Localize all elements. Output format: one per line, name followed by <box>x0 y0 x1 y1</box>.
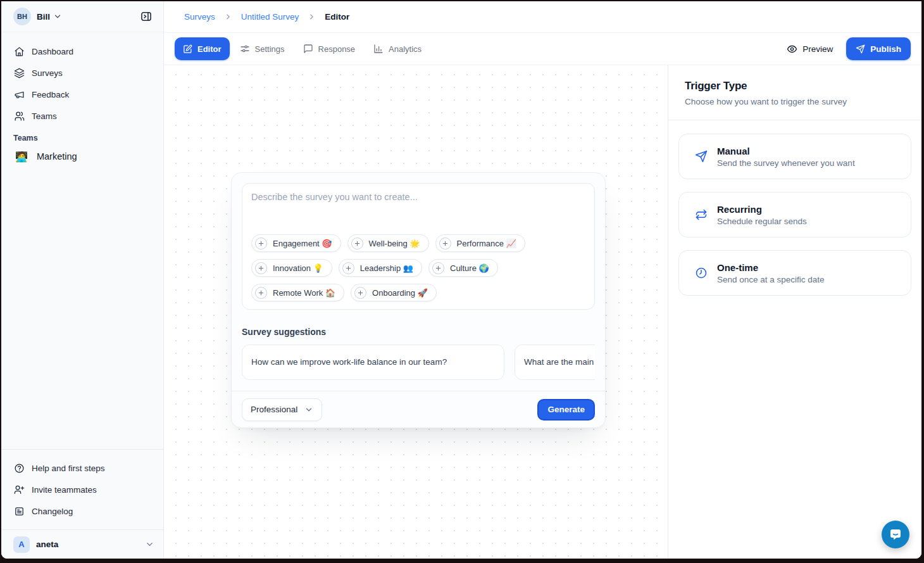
sidebar-footer: Help and first steps Invite teammates Ch… <box>1 449 163 529</box>
trigger-panel-subtitle: Choose how you want to trigger the surve… <box>685 97 905 106</box>
plus-icon <box>439 237 451 250</box>
trigger-option-recurring[interactable]: Recurring Schedule regular sends <box>678 192 911 237</box>
topic-chip-leadership[interactable]: Leadership 👥 <box>339 259 422 277</box>
generate-button[interactable]: Generate <box>537 399 595 421</box>
topic-chip-engagement[interactable]: Engagement 🎯 <box>251 234 341 252</box>
trigger-panel-header: Trigger Type Choose how you want to trig… <box>668 65 921 120</box>
sidebar-item-help[interactable]: Help and first steps <box>9 457 156 479</box>
sliders-icon <box>240 44 250 54</box>
newspaper-icon <box>14 506 25 517</box>
layers-icon <box>14 68 25 79</box>
publish-label: Publish <box>870 44 901 54</box>
message-square-icon <box>303 44 313 54</box>
workspace-switcher[interactable]: BH Bill <box>13 8 62 25</box>
plus-icon <box>351 237 363 250</box>
chevron-down-icon <box>304 405 313 414</box>
tab-response[interactable]: Response <box>295 37 364 60</box>
bar-chart-icon <box>373 44 384 54</box>
sidebar-item-dashboard[interactable]: Dashboard <box>9 41 156 62</box>
sidebar-item-label: Surveys <box>32 68 63 78</box>
trigger-option-text: Recurring Schedule regular sends <box>717 204 807 226</box>
sidebar-item-feedback[interactable]: Feedback <box>9 84 156 105</box>
trigger-options: Manual Send the survey whenever you want… <box>668 120 921 309</box>
tab-label: Response <box>318 44 356 54</box>
trigger-option-description: Send the survey whenever you want <box>717 158 855 168</box>
sidebar-item-label: Help and first steps <box>32 464 105 473</box>
user-name: aneta <box>36 540 58 549</box>
tab-settings[interactable]: Settings <box>232 37 293 60</box>
tone-select-value: Professional <box>251 405 297 414</box>
eye-icon <box>787 44 797 54</box>
topic-chip-well-being[interactable]: Well-being 🌟 <box>347 234 429 252</box>
main-area: Surveys Untitled Survey Editor Editor <box>164 1 921 559</box>
content-area: Engagement 🎯 Well-being 🌟 Performance 📈 <box>164 65 921 559</box>
pencil-square-icon <box>183 44 192 54</box>
sidebar-item-surveys[interactable]: Surveys <box>9 62 156 84</box>
breadcrumb-editor: Editor <box>325 12 349 22</box>
sidebar-item-label: Feedback <box>32 90 69 99</box>
topic-chip-onboarding[interactable]: Onboarding 🚀 <box>351 284 437 301</box>
suggestion-card-2[interactable]: What are the main ob <box>515 345 595 380</box>
topic-chip-innovation[interactable]: Innovation 💡 <box>251 259 332 277</box>
survey-prompt-box[interactable]: Engagement 🎯 Well-being 🌟 Performance 📈 <box>242 183 595 310</box>
plus-icon <box>255 237 267 250</box>
home-icon <box>14 46 25 57</box>
suggestion-card-1[interactable]: How can we improve work-life balance in … <box>242 345 504 380</box>
sidebar-item-label: Invite teammates <box>32 485 97 495</box>
plus-icon <box>342 262 354 274</box>
sidebar-item-label: Teams <box>32 111 57 121</box>
tone-select[interactable]: Professional <box>242 398 322 421</box>
technologist-emoji: 🧑‍💻 <box>15 151 28 163</box>
megaphone-icon <box>14 89 25 100</box>
sidebar-item-changelog[interactable]: Changelog <box>9 500 156 522</box>
trigger-option-one-time[interactable]: One-time Send once at a specific date <box>678 250 911 296</box>
sidebar-item-marketing[interactable]: 🧑‍💻 Marketing <box>9 144 156 168</box>
sidebar-spacer <box>1 168 163 449</box>
trigger-option-description: Send once at a specific date <box>717 275 825 284</box>
team-item-label: Marketing <box>37 151 77 161</box>
breadcrumb-untitled-survey[interactable]: Untitled Survey <box>241 12 299 22</box>
editor-canvas[interactable]: Engagement 🎯 Well-being 🌟 Performance 📈 <box>164 65 668 559</box>
tab-label: Analytics <box>389 44 421 54</box>
tab-label: Settings <box>255 44 285 54</box>
chat-bubble-icon <box>888 527 903 542</box>
topic-chips: Engagement 🎯 Well-being 🌟 Performance 📈 <box>251 234 585 301</box>
plus-icon <box>432 262 444 274</box>
plus-icon <box>255 262 267 274</box>
trigger-panel-title: Trigger Type <box>685 80 905 92</box>
user-plus-icon <box>14 484 25 495</box>
sidebar-item-teams[interactable]: Teams <box>9 105 156 127</box>
publish-button[interactable]: Publish <box>846 37 911 60</box>
chip-label: Remote Work 🏠 <box>273 288 335 298</box>
sidebar-item-invite[interactable]: Invite teammates <box>9 479 156 500</box>
suggestions-row: How can we improve work-life balance in … <box>242 345 595 380</box>
topic-chip-performance[interactable]: Performance 📈 <box>435 234 525 252</box>
tab-editor[interactable]: Editor <box>175 37 230 60</box>
trigger-option-manual[interactable]: Manual Send the survey whenever you want <box>678 134 911 179</box>
toolbar-actions: Preview Publish <box>787 37 911 60</box>
chevron-right-icon <box>224 13 232 21</box>
survey-prompt-input[interactable] <box>251 192 585 234</box>
chip-label: Leadership 👥 <box>360 263 413 273</box>
sidebar-item-label: Dashboard <box>32 47 73 56</box>
chip-label: Culture 🌍 <box>450 263 489 273</box>
topic-chip-remote-work[interactable]: Remote Work 🏠 <box>251 284 344 301</box>
app-window: BH Bill Dashboard <box>1 1 921 559</box>
sidebar-header: BH Bill <box>1 1 163 32</box>
workspace-name: Bill <box>37 12 50 22</box>
sidebar-collapse-button[interactable] <box>137 7 156 26</box>
clock-icon <box>695 267 708 279</box>
panel-collapse-icon <box>140 10 153 23</box>
account-menu[interactable]: A aneta <box>1 529 163 559</box>
topic-chip-culture[interactable]: Culture 🌍 <box>428 259 498 277</box>
breadcrumb-surveys[interactable]: Surveys <box>184 12 215 22</box>
trigger-option-title: Recurring <box>717 204 807 215</box>
chat-launcher-button[interactable] <box>882 521 909 548</box>
breadcrumb: Surveys Untitled Survey Editor <box>164 1 921 33</box>
trigger-option-title: One-time <box>717 262 825 273</box>
send-icon <box>856 44 865 54</box>
preview-button[interactable]: Preview <box>787 44 833 54</box>
tab-analytics[interactable]: Analytics <box>365 37 430 60</box>
chip-label: Engagement 🎯 <box>273 239 332 248</box>
chip-label: Innovation 💡 <box>273 263 323 273</box>
